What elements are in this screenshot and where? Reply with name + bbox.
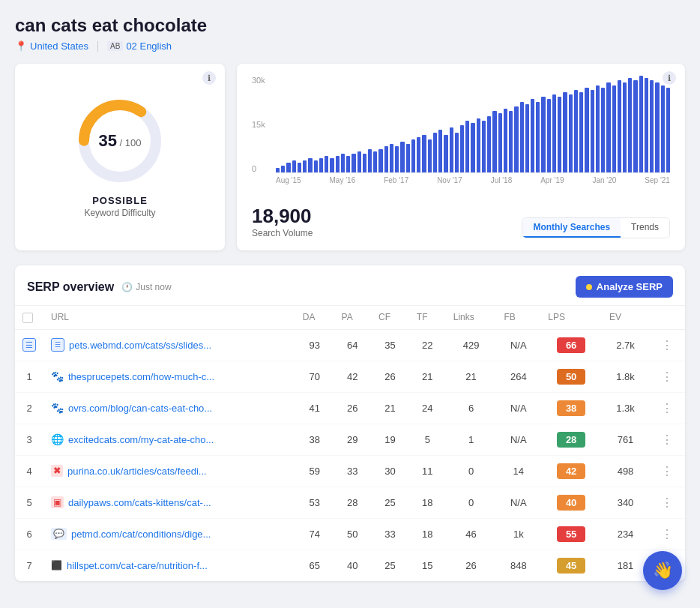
- serp-title-row: SERP overview 🕐 Just now: [27, 280, 172, 294]
- row-menu[interactable]: ⋮: [649, 518, 685, 550]
- row-pa: 28: [334, 487, 372, 518]
- row-menu-icon[interactable]: ⋮: [657, 526, 678, 542]
- chart-bar: [384, 146, 388, 172]
- tab-trends[interactable]: Trends: [621, 218, 669, 238]
- meta-divider: [97, 41, 98, 52]
- chart-bar: [628, 78, 632, 172]
- chart-bottom: 18,900 Search Volume Monthly Searches Tr…: [252, 205, 670, 238]
- table-row: 6 💬 petmd.com/cat/conditions/dige... 74 …: [15, 518, 685, 550]
- row-lps: 45: [540, 550, 602, 581]
- row-fb: 14: [496, 455, 540, 487]
- chart-bar: [417, 137, 420, 172]
- fab-button[interactable]: 👋: [643, 551, 682, 590]
- chart-bar: [341, 154, 345, 172]
- row-tf: 21: [409, 361, 446, 392]
- row-menu[interactable]: ⋮: [649, 424, 685, 455]
- serp-time-label: Just now: [136, 282, 171, 292]
- row-links: 6: [446, 392, 497, 424]
- serp-title: SERP overview: [27, 280, 114, 294]
- row-ev: 181: [602, 550, 649, 581]
- row-links: 429: [446, 329, 497, 361]
- row-rank: 6: [15, 518, 43, 550]
- col-actions: [649, 306, 685, 329]
- chart-bar: [618, 80, 621, 172]
- y-label-15k: 15k: [252, 120, 274, 129]
- table-row: 5 ▣ dailypaws.com/cats-kittens/cat-... 5…: [15, 487, 685, 518]
- row-cf: 26: [371, 361, 409, 392]
- chart-bar: [444, 135, 447, 172]
- row-lps: 28: [540, 424, 602, 455]
- row-url: 🐾 thesprucepets.com/how-much-c...: [43, 361, 295, 392]
- chart-y-labels: 30k 15k 0: [252, 76, 274, 173]
- difficulty-max: / 100: [117, 137, 142, 148]
- row-ev: 761: [602, 424, 649, 455]
- row-menu[interactable]: ⋮: [649, 392, 685, 424]
- row-tf: 5: [409, 424, 446, 455]
- row-ev: 1.8k: [602, 361, 649, 392]
- row-pa: 26: [334, 392, 372, 424]
- chart-bar: [552, 94, 556, 172]
- row-links: 0: [446, 455, 497, 487]
- chart-bar: [336, 156, 340, 172]
- page-title: can cats eat chocolate: [15, 15, 685, 36]
- top-cards: ℹ 35 / 100 POSSIBLE Keyword Difficulty ℹ: [15, 64, 685, 250]
- chart-bar: [400, 142, 404, 172]
- row-cf: 35: [371, 329, 409, 361]
- row-menu[interactable]: ⋮: [649, 361, 685, 392]
- analyze-serp-button[interactable]: Analyze SERP: [576, 276, 673, 298]
- row-lps: 40: [540, 487, 602, 518]
- row-menu-icon[interactable]: ⋮: [657, 369, 678, 385]
- row-da: 53: [295, 487, 334, 518]
- chart-bar: [650, 80, 654, 172]
- col-fb: FB: [496, 306, 540, 329]
- serp-tbody: ☰ ☰ pets.webmd.com/cats/ss/slides... 93 …: [15, 329, 685, 581]
- tab-monthly-searches[interactable]: Monthly Searches: [522, 218, 621, 238]
- location-badge[interactable]: 📍 United States: [15, 40, 88, 52]
- row-links: 1: [446, 424, 497, 455]
- row-lps: 66: [540, 329, 602, 361]
- chart-bar: [422, 135, 426, 172]
- row-rank: 1: [15, 361, 43, 392]
- table-row: 3 🌐 excitedcats.com/my-cat-ate-cho... 38…: [15, 424, 685, 455]
- chart-bar: [498, 113, 502, 172]
- row-menu-icon[interactable]: ⋮: [657, 337, 678, 353]
- chart-bar: [579, 92, 583, 172]
- chart-bar: [357, 151, 361, 172]
- serp-header: SERP overview 🕐 Just now Analyze SERP: [15, 265, 685, 306]
- chart-bar: [281, 166, 285, 172]
- chart-area: 30k 15k 0 Aug '15 May '16 Feb '17 Nov '1…: [252, 76, 670, 196]
- serp-section: SERP overview 🕐 Just now Analyze SERP UR…: [15, 265, 685, 581]
- chart-bar: [455, 133, 459, 172]
- row-cf: 33: [371, 518, 409, 550]
- row-menu[interactable]: ⋮: [649, 329, 685, 361]
- chart-x-labels: Aug '15 May '16 Feb '17 Nov '17 Jul '18 …: [276, 176, 670, 184]
- difficulty-card: ℹ 35 / 100 POSSIBLE Keyword Difficulty: [15, 64, 225, 250]
- row-menu-icon[interactable]: ⋮: [657, 495, 678, 511]
- row-lps: 50: [540, 361, 602, 392]
- row-rank: ☰: [15, 329, 43, 361]
- row-tf: 11: [409, 455, 446, 487]
- difficulty-info-icon[interactable]: ℹ: [202, 71, 216, 85]
- chart-bar: [606, 82, 610, 172]
- row-menu-icon[interactable]: ⋮: [657, 463, 678, 479]
- chart-bar: [492, 111, 496, 172]
- col-ev: EV: [602, 306, 649, 329]
- row-pa: 33: [334, 455, 372, 487]
- chart-bar: [509, 111, 513, 172]
- language-badge[interactable]: AB 02 English: [107, 40, 172, 52]
- row-rank: 4: [15, 455, 43, 487]
- row-menu-icon[interactable]: ⋮: [657, 432, 678, 448]
- row-menu[interactable]: ⋮: [649, 487, 685, 518]
- row-menu[interactable]: ⋮: [649, 455, 685, 487]
- chart-bar: [346, 156, 350, 172]
- chart-bar: [514, 106, 518, 172]
- row-links: 0: [446, 487, 497, 518]
- row-pa: 40: [334, 550, 372, 581]
- location-icon: 📍: [15, 40, 27, 52]
- row-cf: 25: [371, 487, 409, 518]
- table-header-row: URL DA PA CF TF Links FB LPS EV: [15, 306, 685, 329]
- row-ev: 340: [602, 487, 649, 518]
- row-menu-icon[interactable]: ⋮: [657, 400, 678, 416]
- chart-bar: [601, 88, 605, 172]
- donut-chart: 35 / 100: [75, 96, 165, 186]
